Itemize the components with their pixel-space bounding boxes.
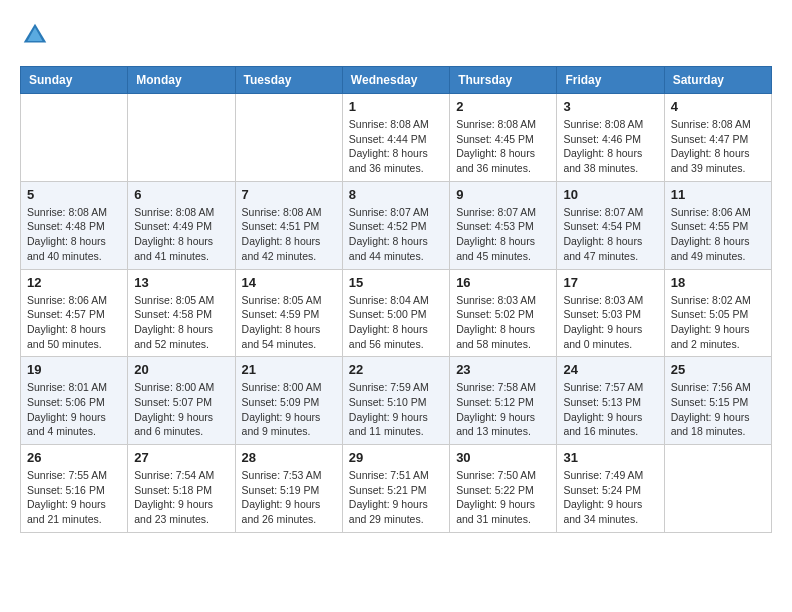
day-number: 15 (349, 275, 443, 290)
day-info: Sunrise: 8:07 AM Sunset: 4:52 PM Dayligh… (349, 205, 443, 264)
day-info: Sunrise: 8:08 AM Sunset: 4:51 PM Dayligh… (242, 205, 336, 264)
header-row: SundayMondayTuesdayWednesdayThursdayFrid… (21, 67, 772, 94)
day-info: Sunrise: 8:05 AM Sunset: 4:59 PM Dayligh… (242, 293, 336, 352)
day-info: Sunrise: 7:58 AM Sunset: 5:12 PM Dayligh… (456, 380, 550, 439)
day-info: Sunrise: 8:08 AM Sunset: 4:47 PM Dayligh… (671, 117, 765, 176)
calendar-cell: 23 Sunrise: 7:58 AM Sunset: 5:12 PM Dayl… (450, 357, 557, 445)
calendar-cell: 31 Sunrise: 7:49 AM Sunset: 5:24 PM Dayl… (557, 445, 664, 533)
day-info: Sunrise: 7:51 AM Sunset: 5:21 PM Dayligh… (349, 468, 443, 527)
day-number: 17 (563, 275, 657, 290)
calendar-cell: 7 Sunrise: 8:08 AM Sunset: 4:51 PM Dayli… (235, 181, 342, 269)
day-info: Sunrise: 8:03 AM Sunset: 5:02 PM Dayligh… (456, 293, 550, 352)
calendar-cell: 10 Sunrise: 8:07 AM Sunset: 4:54 PM Dayl… (557, 181, 664, 269)
calendar-cell: 9 Sunrise: 8:07 AM Sunset: 4:53 PM Dayli… (450, 181, 557, 269)
day-info: Sunrise: 8:00 AM Sunset: 5:09 PM Dayligh… (242, 380, 336, 439)
calendar-cell: 16 Sunrise: 8:03 AM Sunset: 5:02 PM Dayl… (450, 269, 557, 357)
day-number: 28 (242, 450, 336, 465)
day-number: 9 (456, 187, 550, 202)
day-number: 24 (563, 362, 657, 377)
day-info: Sunrise: 8:00 AM Sunset: 5:07 PM Dayligh… (134, 380, 228, 439)
calendar-cell: 1 Sunrise: 8:08 AM Sunset: 4:44 PM Dayli… (342, 94, 449, 182)
calendar-cell: 4 Sunrise: 8:08 AM Sunset: 4:47 PM Dayli… (664, 94, 771, 182)
calendar-cell: 20 Sunrise: 8:00 AM Sunset: 5:07 PM Dayl… (128, 357, 235, 445)
day-info: Sunrise: 8:03 AM Sunset: 5:03 PM Dayligh… (563, 293, 657, 352)
calendar-cell: 11 Sunrise: 8:06 AM Sunset: 4:55 PM Dayl… (664, 181, 771, 269)
day-number: 21 (242, 362, 336, 377)
day-number: 10 (563, 187, 657, 202)
calendar-body: 1 Sunrise: 8:08 AM Sunset: 4:44 PM Dayli… (21, 94, 772, 533)
day-info: Sunrise: 7:54 AM Sunset: 5:18 PM Dayligh… (134, 468, 228, 527)
day-info: Sunrise: 7:49 AM Sunset: 5:24 PM Dayligh… (563, 468, 657, 527)
day-number: 12 (27, 275, 121, 290)
calendar-cell: 28 Sunrise: 7:53 AM Sunset: 5:19 PM Dayl… (235, 445, 342, 533)
day-number: 26 (27, 450, 121, 465)
day-number: 18 (671, 275, 765, 290)
calendar-table: SundayMondayTuesdayWednesdayThursdayFrid… (20, 66, 772, 533)
day-number: 22 (349, 362, 443, 377)
calendar-header: SundayMondayTuesdayWednesdayThursdayFrid… (21, 67, 772, 94)
day-info: Sunrise: 7:53 AM Sunset: 5:19 PM Dayligh… (242, 468, 336, 527)
calendar-week-1: 1 Sunrise: 8:08 AM Sunset: 4:44 PM Dayli… (21, 94, 772, 182)
day-number: 31 (563, 450, 657, 465)
day-header-wednesday: Wednesday (342, 67, 449, 94)
day-info: Sunrise: 8:02 AM Sunset: 5:05 PM Dayligh… (671, 293, 765, 352)
day-info: Sunrise: 7:59 AM Sunset: 5:10 PM Dayligh… (349, 380, 443, 439)
day-info: Sunrise: 8:06 AM Sunset: 4:55 PM Dayligh… (671, 205, 765, 264)
calendar-cell: 6 Sunrise: 8:08 AM Sunset: 4:49 PM Dayli… (128, 181, 235, 269)
day-number: 14 (242, 275, 336, 290)
day-number: 2 (456, 99, 550, 114)
day-info: Sunrise: 7:57 AM Sunset: 5:13 PM Dayligh… (563, 380, 657, 439)
day-info: Sunrise: 8:08 AM Sunset: 4:44 PM Dayligh… (349, 117, 443, 176)
calendar-cell: 27 Sunrise: 7:54 AM Sunset: 5:18 PM Dayl… (128, 445, 235, 533)
day-number: 11 (671, 187, 765, 202)
day-info: Sunrise: 7:56 AM Sunset: 5:15 PM Dayligh… (671, 380, 765, 439)
day-number: 13 (134, 275, 228, 290)
calendar-cell: 2 Sunrise: 8:08 AM Sunset: 4:45 PM Dayli… (450, 94, 557, 182)
day-number: 25 (671, 362, 765, 377)
calendar-cell: 5 Sunrise: 8:08 AM Sunset: 4:48 PM Dayli… (21, 181, 128, 269)
day-number: 3 (563, 99, 657, 114)
calendar-week-5: 26 Sunrise: 7:55 AM Sunset: 5:16 PM Dayl… (21, 445, 772, 533)
calendar-cell (21, 94, 128, 182)
calendar-week-4: 19 Sunrise: 8:01 AM Sunset: 5:06 PM Dayl… (21, 357, 772, 445)
day-info: Sunrise: 8:08 AM Sunset: 4:48 PM Dayligh… (27, 205, 121, 264)
day-info: Sunrise: 7:50 AM Sunset: 5:22 PM Dayligh… (456, 468, 550, 527)
day-info: Sunrise: 8:06 AM Sunset: 4:57 PM Dayligh… (27, 293, 121, 352)
calendar-cell: 29 Sunrise: 7:51 AM Sunset: 5:21 PM Dayl… (342, 445, 449, 533)
day-info: Sunrise: 8:08 AM Sunset: 4:46 PM Dayligh… (563, 117, 657, 176)
day-header-thursday: Thursday (450, 67, 557, 94)
calendar-cell: 18 Sunrise: 8:02 AM Sunset: 5:05 PM Dayl… (664, 269, 771, 357)
calendar-cell (235, 94, 342, 182)
logo-icon (20, 20, 50, 50)
day-number: 1 (349, 99, 443, 114)
calendar-cell: 8 Sunrise: 8:07 AM Sunset: 4:52 PM Dayli… (342, 181, 449, 269)
day-header-saturday: Saturday (664, 67, 771, 94)
calendar-cell (128, 94, 235, 182)
day-info: Sunrise: 8:04 AM Sunset: 5:00 PM Dayligh… (349, 293, 443, 352)
day-info: Sunrise: 8:07 AM Sunset: 4:54 PM Dayligh… (563, 205, 657, 264)
calendar-cell: 12 Sunrise: 8:06 AM Sunset: 4:57 PM Dayl… (21, 269, 128, 357)
day-number: 30 (456, 450, 550, 465)
calendar-cell: 15 Sunrise: 8:04 AM Sunset: 5:00 PM Dayl… (342, 269, 449, 357)
day-info: Sunrise: 8:05 AM Sunset: 4:58 PM Dayligh… (134, 293, 228, 352)
calendar-cell: 17 Sunrise: 8:03 AM Sunset: 5:03 PM Dayl… (557, 269, 664, 357)
calendar-cell: 13 Sunrise: 8:05 AM Sunset: 4:58 PM Dayl… (128, 269, 235, 357)
day-info: Sunrise: 7:55 AM Sunset: 5:16 PM Dayligh… (27, 468, 121, 527)
day-header-monday: Monday (128, 67, 235, 94)
calendar-week-2: 5 Sunrise: 8:08 AM Sunset: 4:48 PM Dayli… (21, 181, 772, 269)
calendar-cell: 14 Sunrise: 8:05 AM Sunset: 4:59 PM Dayl… (235, 269, 342, 357)
day-number: 19 (27, 362, 121, 377)
calendar-cell (664, 445, 771, 533)
day-info: Sunrise: 8:08 AM Sunset: 4:45 PM Dayligh… (456, 117, 550, 176)
day-number: 5 (27, 187, 121, 202)
calendar-cell: 24 Sunrise: 7:57 AM Sunset: 5:13 PM Dayl… (557, 357, 664, 445)
day-info: Sunrise: 8:08 AM Sunset: 4:49 PM Dayligh… (134, 205, 228, 264)
calendar-cell: 19 Sunrise: 8:01 AM Sunset: 5:06 PM Dayl… (21, 357, 128, 445)
page-header (20, 20, 772, 50)
calendar-cell: 26 Sunrise: 7:55 AM Sunset: 5:16 PM Dayl… (21, 445, 128, 533)
calendar-cell: 21 Sunrise: 8:00 AM Sunset: 5:09 PM Dayl… (235, 357, 342, 445)
day-number: 16 (456, 275, 550, 290)
day-header-tuesday: Tuesday (235, 67, 342, 94)
calendar-cell: 22 Sunrise: 7:59 AM Sunset: 5:10 PM Dayl… (342, 357, 449, 445)
day-header-friday: Friday (557, 67, 664, 94)
